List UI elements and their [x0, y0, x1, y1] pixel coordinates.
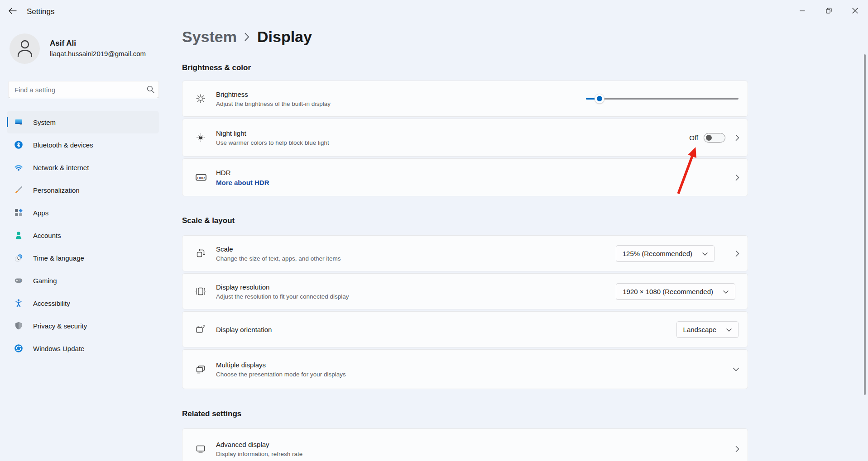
- brightness-slider-thumb[interactable]: [595, 94, 604, 104]
- sidebar-item-label: System: [33, 119, 56, 126]
- search-box: [8, 81, 159, 98]
- app-title: Settings: [27, 7, 54, 16]
- restore-icon: [826, 8, 832, 15]
- sidebar-item-windows-update[interactable]: Windows Update: [7, 337, 159, 360]
- restore-button[interactable]: [815, 0, 842, 23]
- sidebar-item-time-language[interactable]: Time & language: [7, 247, 159, 269]
- multiple-displays-row[interactable]: Multiple displays Choose the presentatio…: [182, 349, 748, 389]
- brightness-title: Brightness: [216, 90, 331, 98]
- titlebar: Settings: [0, 0, 868, 23]
- sidebar-item-label: Privacy & security: [33, 322, 87, 330]
- sidebar-item-label: Bluetooth & devices: [33, 141, 93, 149]
- sidebar-item-label: Network & internet: [33, 164, 89, 171]
- sidebar-item-gaming[interactable]: Gaming: [7, 269, 159, 292]
- night-light-toggle[interactable]: [704, 133, 725, 143]
- multiple-displays-icon: [195, 364, 207, 375]
- search-input[interactable]: [8, 81, 159, 98]
- windows-update-icon: [14, 344, 23, 353]
- scale-row[interactable]: Scale Change the size of text, apps, and…: [182, 235, 748, 271]
- display-resolution-row[interactable]: Display resolution Adjust the resolution…: [182, 273, 748, 309]
- minimize-button[interactable]: [789, 0, 815, 23]
- sidebar-item-label: Time & language: [33, 254, 84, 262]
- sidebar-item-label: Accessibility: [33, 299, 70, 307]
- scale-icon: [195, 248, 207, 259]
- brightness-slider[interactable]: [586, 93, 739, 104]
- scale-subtitle: Change the size of text, apps, and other…: [216, 255, 340, 262]
- sidebar: Asif Ali liaqat.hussaini2019@gmail.com S…: [0, 23, 181, 461]
- scale-dropdown[interactable]: 125% (Recommended): [616, 245, 715, 262]
- night-light-subtitle: Use warmer colors to help block blue lig…: [216, 139, 329, 146]
- advanced-display-title: Advanced display: [216, 441, 302, 448]
- sidebar-item-accounts[interactable]: Accounts: [7, 224, 159, 247]
- accounts-icon: [14, 231, 23, 240]
- bluetooth-icon: [14, 140, 23, 149]
- hdr-title: HDR: [216, 169, 269, 176]
- chevron-down-icon: [733, 367, 739, 371]
- sidebar-item-privacy-security[interactable]: Privacy & security: [7, 314, 159, 337]
- sidebar-menu: System Bluetooth & devices Network & int…: [7, 111, 159, 360]
- back-button[interactable]: [4, 4, 21, 19]
- sidebar-item-label: Gaming: [33, 277, 57, 285]
- breadcrumb-system[interactable]: System: [182, 28, 237, 46]
- settings-window: Settings Asif Ali liaqat.hussaini2019@gm…: [0, 0, 868, 461]
- scale-value: 125% (Recommended): [623, 250, 692, 257]
- chevron-right-icon: [735, 134, 739, 141]
- chevron-right-icon: [735, 250, 739, 257]
- sidebar-item-label: Windows Update: [33, 345, 84, 352]
- sidebar-item-label: Apps: [33, 209, 48, 217]
- apps-icon: [14, 208, 23, 217]
- minimize-icon: [800, 8, 805, 15]
- breadcrumb: System Display: [182, 26, 748, 47]
- advanced-display-row[interactable]: Advanced display Display information, re…: [182, 428, 748, 461]
- hdr-icon: HDR: [195, 172, 207, 183]
- chevron-right-icon: [735, 174, 739, 181]
- profile-name: Asif Ali: [50, 39, 76, 48]
- network-icon: [14, 163, 23, 172]
- time-language-icon: [14, 253, 23, 262]
- brightness-subtitle: Adjust the brightness of the built-in di…: [216, 100, 331, 107]
- chevron-down-icon: [726, 326, 732, 333]
- orientation-value: Landscape: [683, 326, 716, 333]
- sidebar-item-accessibility[interactable]: Accessibility: [7, 292, 159, 314]
- display-resolution-title: Display resolution: [216, 283, 349, 291]
- hdr-row[interactable]: HDR HDR More about HDR: [182, 158, 748, 196]
- brightness-icon: [195, 93, 207, 104]
- display-resolution-icon: [195, 286, 207, 297]
- sidebar-item-network-internet[interactable]: Network & internet: [7, 156, 159, 179]
- advanced-display-subtitle: Display information, refresh rate: [216, 451, 302, 457]
- display-orientation-icon: [195, 324, 207, 335]
- svg-text:HDR: HDR: [197, 176, 205, 180]
- personalization-icon: [14, 185, 23, 195]
- display-orientation-title: Display orientation: [216, 326, 272, 333]
- page-title: Display: [257, 28, 312, 46]
- scale-title: Scale: [216, 245, 340, 253]
- brightness-row[interactable]: Brightness Adjust the brightness of the …: [182, 81, 748, 117]
- chevron-right-icon: [735, 446, 739, 452]
- night-light-icon: [195, 132, 207, 143]
- orientation-dropdown[interactable]: Landscape: [676, 321, 739, 338]
- section-header-related-settings: Related settings: [182, 409, 748, 419]
- search-icon: [147, 86, 154, 95]
- display-orientation-row[interactable]: Display orientation Landscape: [182, 311, 748, 347]
- sidebar-item-apps[interactable]: Apps: [7, 201, 159, 224]
- multiple-displays-title: Multiple displays: [216, 361, 346, 369]
- person-icon: [16, 38, 34, 59]
- section-header-scale-layout: Scale & layout: [182, 216, 748, 226]
- close-button[interactable]: [842, 0, 868, 23]
- system-icon: [14, 118, 23, 127]
- resolution-dropdown[interactable]: 1920 × 1080 (Recommended): [616, 283, 735, 300]
- vertical-scrollbar[interactable]: [864, 54, 866, 395]
- slider-track: [586, 98, 739, 100]
- sidebar-item-bluetooth-devices[interactable]: Bluetooth & devices: [7, 133, 159, 156]
- hdr-more-link[interactable]: More about HDR: [216, 179, 269, 186]
- section-header-brightness-color: Brightness & color: [182, 63, 748, 73]
- back-arrow-icon: [8, 8, 17, 15]
- night-light-row[interactable]: Night light Use warmer colors to help bl…: [182, 119, 748, 157]
- close-icon: [852, 8, 858, 15]
- avatar: [10, 33, 40, 64]
- accessibility-icon: [14, 299, 23, 308]
- profile-block[interactable]: Asif Ali liaqat.hussaini2019@gmail.com: [10, 33, 163, 65]
- display-resolution-subtitle: Adjust the resolution to fit your connec…: [216, 293, 349, 300]
- sidebar-item-system[interactable]: System: [7, 111, 159, 133]
- sidebar-item-personalization[interactable]: Personalization: [7, 179, 159, 201]
